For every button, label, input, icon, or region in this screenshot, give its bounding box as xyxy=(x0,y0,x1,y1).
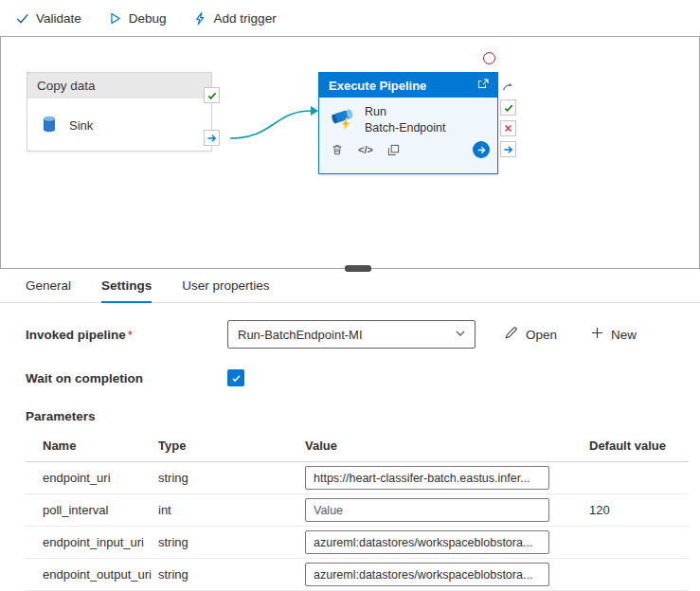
pipeline-canvas[interactable]: Copy data Sink Execute Pipeline xyxy=(0,36,700,269)
copy-output-port[interactable] xyxy=(204,130,220,146)
add-trigger-button[interactable]: Add trigger xyxy=(193,11,277,26)
header-type: Type xyxy=(158,433,305,462)
pipeline-run-icon xyxy=(329,104,357,135)
parameters-section-label: Parameters xyxy=(26,409,700,423)
activity-name: Run Batch-Endpoint xyxy=(365,104,445,135)
parameter-value-input[interactable] xyxy=(305,530,549,554)
validate-button[interactable]: Validate xyxy=(15,11,81,26)
add-trigger-label: Add trigger xyxy=(214,11,277,26)
execute-activity-title: Execute Pipeline xyxy=(329,79,476,93)
success-output-port[interactable] xyxy=(500,99,516,116)
chevron-down-icon xyxy=(455,328,466,342)
parameter-value-input[interactable] xyxy=(305,498,549,522)
parameter-value-input[interactable] xyxy=(305,466,549,490)
open-pipeline-button[interactable]: Open xyxy=(504,326,557,343)
wait-on-completion-checkbox[interactable] xyxy=(227,369,244,386)
delete-activity-button[interactable] xyxy=(331,143,344,156)
parameter-name: endpoint_input_uri xyxy=(26,527,158,559)
parameter-default-value xyxy=(589,559,689,591)
header-default-value: Default value xyxy=(589,433,689,462)
panel-resize-handle[interactable] xyxy=(345,265,371,272)
settings-form: Invoked pipeline* Run-BatchEndpoint-MI O… xyxy=(0,320,700,591)
open-in-new-icon[interactable] xyxy=(476,78,490,94)
canvas-toolbar: Validate Debug Add trigger xyxy=(0,0,700,36)
parameter-row: poll_interval int 120 xyxy=(26,494,689,527)
debug-button[interactable]: Debug xyxy=(108,11,167,26)
parameter-type: int xyxy=(158,494,305,527)
parameter-default-value xyxy=(589,462,689,494)
tab-user-properties[interactable]: User properties xyxy=(182,269,269,303)
database-icon xyxy=(39,114,60,137)
wait-on-completion-row: Wait on completion xyxy=(26,369,700,386)
validation-success-badge xyxy=(204,87,220,103)
parameter-row: endpoint_output_uri string xyxy=(26,559,689,591)
tab-general[interactable]: General xyxy=(26,269,71,303)
sink-label: Sink xyxy=(69,118,93,133)
checkmark-icon xyxy=(15,11,29,26)
open-pipeline-label: Open xyxy=(526,328,557,342)
code-icon[interactable]: </> xyxy=(358,144,373,155)
pipeline-editor: Validate Debug Add trigger Copy data Sin… xyxy=(0,0,700,591)
clone-activity-button[interactable] xyxy=(387,144,400,156)
failure-output-port[interactable] xyxy=(500,120,516,136)
execute-activity-body: Run Batch-Endpoint xyxy=(319,98,497,137)
play-icon xyxy=(108,11,122,26)
header-name: Name xyxy=(26,433,158,462)
checkbox-check-icon xyxy=(231,373,242,384)
validate-label: Validate xyxy=(36,11,81,26)
connection-point-marker[interactable] xyxy=(483,52,495,64)
copy-data-activity[interactable]: Copy data Sink xyxy=(27,72,212,152)
invoked-pipeline-select[interactable]: Run-BatchEndpoint-MI xyxy=(227,320,476,349)
copy-activity-title: Copy data xyxy=(27,73,211,98)
activity-name-line2: Batch-Endpoint xyxy=(365,120,445,135)
parameter-name: poll_interval xyxy=(26,494,158,527)
parameter-default-value: 120 xyxy=(589,494,689,527)
execute-activity-actions: </> xyxy=(319,137,497,158)
parameter-name: endpoint_uri xyxy=(26,462,158,494)
parameter-row: endpoint_input_uri string xyxy=(26,527,689,559)
invoked-pipeline-label: Invoked pipeline* xyxy=(26,328,227,342)
invoked-pipeline-value: Run-BatchEndpoint-MI xyxy=(238,328,455,342)
lightning-icon xyxy=(193,11,207,26)
parameter-row: endpoint_uri string xyxy=(26,462,689,494)
invoked-pipeline-row: Invoked pipeline* Run-BatchEndpoint-MI O… xyxy=(26,320,700,349)
activity-output-ports xyxy=(500,79,516,157)
required-asterisk: * xyxy=(128,328,133,342)
rerun-curved-arrow-icon[interactable] xyxy=(500,79,516,95)
wait-on-completion-label: Wait on completion xyxy=(26,371,227,385)
config-tabs: General Settings User properties xyxy=(0,269,700,303)
parameter-type: string xyxy=(158,527,305,559)
plus-icon xyxy=(591,327,603,342)
activity-config-panel: General Settings User properties Invoked… xyxy=(0,269,700,591)
parameter-value-input[interactable] xyxy=(305,563,549,586)
tab-settings[interactable]: Settings xyxy=(101,269,152,303)
parameters-table: Name Type Value Default value endpoint_u… xyxy=(26,433,689,591)
execute-activity-header: Execute Pipeline xyxy=(319,73,497,98)
execute-pipeline-activity[interactable]: Execute Pipeline Run Bat xyxy=(318,72,498,174)
header-value: Value xyxy=(305,433,589,462)
activity-name-line1: Run xyxy=(365,104,445,119)
parameter-default-value xyxy=(589,527,689,559)
parameter-name: endpoint_output_uri xyxy=(26,559,158,591)
parameter-type: string xyxy=(158,559,305,591)
new-pipeline-button[interactable]: New xyxy=(591,327,637,342)
copy-activity-body: Sink xyxy=(27,98,211,152)
parameter-type: string xyxy=(158,462,305,494)
add-next-activity-button[interactable] xyxy=(473,141,490,158)
parameters-header-row: Name Type Value Default value xyxy=(26,433,689,462)
new-pipeline-label: New xyxy=(611,328,637,342)
pencil-icon xyxy=(504,326,518,343)
debug-label: Debug xyxy=(129,11,167,26)
completion-output-port[interactable] xyxy=(500,141,516,157)
